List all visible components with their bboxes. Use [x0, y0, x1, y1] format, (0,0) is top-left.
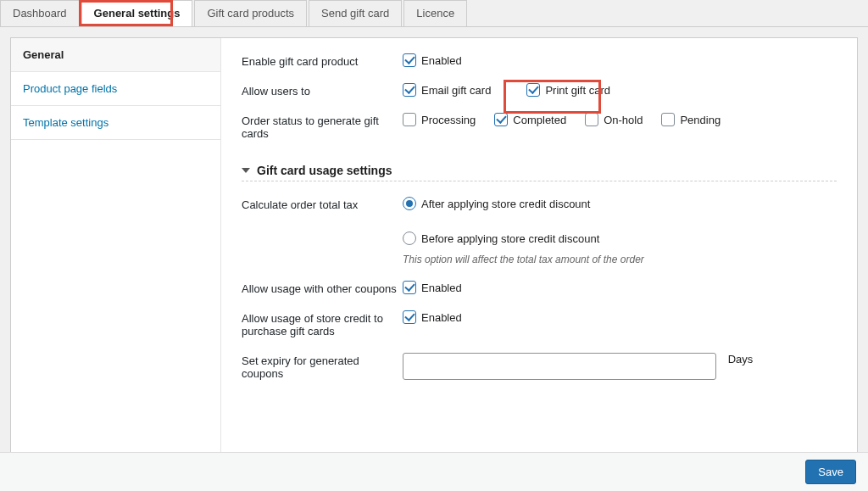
radio-input-after[interactable]: [403, 197, 416, 210]
label-allow-purchase-gift-cards: Allow usage of store credit to purchase …: [242, 310, 403, 338]
settings-panel: General Product page fields Template set…: [10, 37, 858, 455]
checkbox-processing[interactable]: [403, 113, 416, 126]
label-allow-with-coupons: Allow usage with other coupons: [242, 281, 403, 295]
section-divider: [242, 181, 837, 181]
checkbox-on-hold[interactable]: [585, 113, 598, 126]
section-title: Gift card usage settings: [257, 164, 392, 177]
label-set-expiry: Set expiry for generated coupons: [242, 353, 403, 380]
sidebar-item-template-settings[interactable]: Template settings: [11, 106, 220, 140]
option-label: Email gift card: [421, 84, 491, 97]
option-label: Completed: [513, 114, 566, 126]
section-header-usage[interactable]: Gift card usage settings: [242, 164, 837, 177]
chevron-down-icon: [242, 168, 250, 173]
checkbox-completed[interactable]: [494, 113, 508, 126]
option-completed[interactable]: Completed: [494, 113, 566, 126]
save-bar: Save: [0, 452, 868, 491]
option-label: Before applying store credit discount: [421, 232, 599, 245]
option-label: Pending: [680, 114, 721, 126]
save-button[interactable]: Save: [805, 460, 856, 484]
option-enable-gift-card-product[interactable]: Enabled: [403, 53, 462, 67]
option-label: After applying store credit discount: [421, 198, 590, 210]
unit-days: Days: [728, 353, 754, 365]
option-allow-with-coupons[interactable]: Enabled: [403, 281, 462, 294]
label-calculate-order-total-tax: Calculate order total tax: [242, 197, 403, 211]
option-email-gift-card[interactable]: Email gift card: [403, 83, 491, 97]
checkbox-email-gift-card[interactable]: [403, 83, 416, 97]
checkbox-pending[interactable]: [661, 113, 675, 126]
option-print-gift-card[interactable]: Print gift card: [526, 83, 610, 97]
option-on-hold[interactable]: On-hold: [585, 113, 643, 126]
label-enable-gift-card-product: Enable gift card product: [242, 53, 403, 68]
tab-dashboard[interactable]: Dashboard: [0, 0, 80, 26]
label-order-status: Order status to generate gift cards: [242, 113, 403, 140]
tab-gift-card-products[interactable]: Gift card products: [194, 0, 307, 26]
hint-calculate-tax: This option will affect the total tax am…: [403, 254, 837, 265]
checkbox-print-gift-card[interactable]: [526, 83, 540, 97]
sidebar-item-general[interactable]: General: [11, 38, 220, 72]
tab-licence[interactable]: Licence: [403, 0, 467, 26]
sidebar-item-product-page-fields[interactable]: Product page fields: [11, 72, 220, 106]
checkbox-allow-with-coupons[interactable]: [403, 281, 416, 294]
option-allow-purchase-gift-cards[interactable]: Enabled: [403, 310, 462, 324]
label-allow-users-to: Allow users to: [242, 83, 403, 98]
option-label: On-hold: [604, 114, 643, 126]
radio-before-discount[interactable]: Before applying store credit discount: [403, 232, 837, 245]
option-label: Enabled: [421, 282, 462, 294]
option-label: Processing: [421, 114, 476, 126]
tab-general-settings[interactable]: General settings: [81, 0, 193, 26]
input-expiry-days[interactable]: [403, 353, 716, 380]
option-pending[interactable]: Pending: [661, 113, 721, 126]
option-label: Enabled: [421, 54, 462, 67]
tab-send-gift-card[interactable]: Send gift card: [309, 0, 402, 26]
option-processing[interactable]: Processing: [403, 113, 476, 126]
radio-input-before[interactable]: [403, 232, 416, 245]
checkbox-allow-purchase-gift-cards[interactable]: [403, 310, 416, 324]
option-label: Print gift card: [545, 84, 610, 97]
radio-after-discount[interactable]: After applying store credit discount: [403, 197, 837, 210]
settings-main: Enable gift card product Enabled Allow u…: [221, 38, 857, 454]
checkbox-enable-gift-card-product[interactable]: [403, 53, 416, 67]
settings-sidebar: General Product page fields Template set…: [11, 38, 221, 454]
option-label: Enabled: [421, 311, 462, 324]
tabs-bar: Dashboard General settings Gift card pro…: [0, 0, 868, 27]
